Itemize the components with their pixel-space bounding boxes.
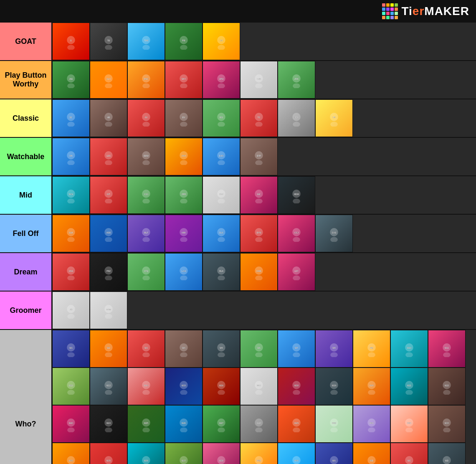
tier-item-who28[interactable]: W28	[240, 405, 278, 443]
tier-item-huahwi[interactable]: HWI	[165, 215, 203, 252]
tier-item-graser10[interactable]: G10	[127, 176, 165, 214]
tier-item-jamescharles[interactable]: JC	[52, 292, 90, 329]
tier-item-who20[interactable]: W20	[353, 368, 390, 405]
tier-item-whoA[interactable]: WA	[315, 443, 353, 464]
tier-item-who10[interactable]: W10	[390, 330, 428, 368]
tier-item-who35[interactable]: W35	[90, 443, 127, 464]
tier-item-who6[interactable]: W6	[240, 330, 278, 368]
tier-item-jacksepticeye[interactable]: JSE	[52, 61, 90, 99]
tier-item-antvenom[interactable]: AV	[127, 99, 165, 137]
tier-item-bashurverse[interactable]: BV	[165, 99, 203, 137]
tier-item-zerkaa[interactable]: ZRK	[278, 61, 315, 99]
tier-item-who9[interactable]: W9	[353, 330, 390, 368]
tier-item-who31[interactable]: W31	[353, 405, 390, 443]
tier-item-bayani[interactable]: BYN	[240, 215, 278, 252]
tier-item-prestonplayz[interactable]: PRZ	[90, 253, 127, 291]
tier-item-laurdiy[interactable]: LDY	[278, 253, 315, 291]
tier-item-cupquake[interactable]: CPQ	[127, 253, 165, 291]
tier-item-dantdm[interactable]: TDM	[127, 23, 165, 60]
tier-item-who19[interactable]: W19	[315, 368, 353, 405]
tier-item-adam[interactable]: ADM	[90, 292, 127, 329]
tier-item-who36[interactable]: W36	[127, 443, 165, 464]
tier-item-ldshadowlady2[interactable]: LDS	[90, 138, 127, 175]
tier-item-unspeakable[interactable]: UNS	[52, 253, 90, 291]
tier-item-who2[interactable]: W2	[90, 330, 127, 368]
tier-item-aphmau[interactable]: APH	[203, 61, 240, 99]
tier-item-who1[interactable]: W1	[52, 330, 90, 368]
tier-item-who3[interactable]: W3	[127, 330, 165, 368]
tier-item-who26[interactable]: W26	[165, 405, 203, 443]
tier-item-ashdubh[interactable]: ASH	[165, 138, 203, 175]
svg-text:APH: APH	[219, 78, 224, 80]
tier-item-jeromeasf[interactable]: JRM	[165, 176, 203, 214]
tier-item-popularmmos[interactable]: PM	[165, 23, 203, 60]
tier-item-herobrinesidekick[interactable]: HB	[90, 99, 127, 137]
tier-item-bigbst4tz[interactable]: 4EK	[278, 99, 315, 137]
tier-item-ibxtoycat[interactable]: IXT	[90, 176, 127, 214]
tier-item-kwebbelkop[interactable]: KWB	[240, 253, 278, 291]
tier-item-who11[interactable]: W11	[428, 330, 466, 368]
tier-item-who39[interactable]: W39	[240, 443, 278, 464]
tier-item-addictionz[interactable]: ADD	[90, 215, 127, 252]
tier-item-stampylonghead[interactable]: SLH	[90, 61, 127, 99]
tier-item-thinknoodles[interactable]: TN	[315, 99, 353, 137]
tier-item-who33[interactable]: W33	[428, 405, 466, 443]
tier-item-whoD[interactable]: WD	[428, 443, 466, 464]
tier-item-who30[interactable]: W30	[315, 405, 353, 443]
tier-item-who8[interactable]: W8	[315, 330, 353, 368]
tier-item-vikkstar[interactable]: VIK	[52, 138, 90, 175]
tier-item-who21[interactable]: W21	[390, 368, 428, 405]
tier-item-skydoesminecraft[interactable]: SKY	[165, 61, 203, 99]
tier-item-iballisticsquid[interactable]: IBS	[203, 99, 240, 137]
tier-item-who17[interactable]: W17	[240, 368, 278, 405]
svg-point-226	[180, 427, 187, 432]
tier-item-squeaky[interactable]: SQK	[52, 215, 90, 252]
tier-item-who4[interactable]: W4	[165, 330, 203, 368]
tier-item-bigbadwolf[interactable]: BBW	[127, 138, 165, 175]
tier-item-ssundee[interactable]: S	[52, 23, 90, 60]
svg-point-1	[67, 45, 75, 50]
tier-item-slamacow[interactable]: SC	[52, 99, 90, 137]
tier-item-who24[interactable]: W24	[90, 405, 127, 443]
tier-item-mrstampycat[interactable]: MSC	[127, 61, 165, 99]
tier-item-who29[interactable]: W29	[278, 405, 315, 443]
tier-item-who34[interactable]: W34	[52, 443, 90, 464]
tier-item-woofless[interactable]: WLF	[127, 215, 165, 252]
logo-cell-4	[382, 8, 385, 11]
tier-item-technoblade[interactable]: TB	[90, 23, 127, 60]
tier-item-who15[interactable]: W15	[165, 368, 203, 405]
tier-item-who37[interactable]: W37	[165, 443, 203, 464]
tier-item-modestman[interactable]: MDM	[278, 176, 315, 214]
tier-item-whoB[interactable]: WB	[353, 443, 390, 464]
tier-items-mid: NCHIXTG10JRMSTPIHCMDM	[52, 176, 476, 214]
tier-item-noochm[interactable]: NCH	[52, 176, 90, 214]
tier-item-tobygames[interactable]: TG	[240, 99, 278, 137]
tier-item-who38[interactable]: W38	[203, 443, 240, 464]
tier-item-btype[interactable]: BTP	[240, 138, 278, 175]
tier-item-who32[interactable]: W32	[390, 405, 428, 443]
tier-item-who25[interactable]: W25	[127, 405, 165, 443]
tier-item-muselk[interactable]: MLK	[203, 253, 240, 291]
tier-item-who7[interactable]: W7	[278, 330, 315, 368]
tier-item-whoC[interactable]: WC	[390, 443, 428, 464]
tier-item-captainsparklez[interactable]: CS	[203, 23, 240, 60]
tier-item-shadowlady[interactable]: LDS	[240, 61, 278, 99]
svg-text:W11: W11	[445, 347, 449, 349]
tier-item-who23[interactable]: W23	[52, 405, 90, 443]
tier-item-ihascupquake[interactable]: IHC	[240, 176, 278, 214]
tier-item-who22[interactable]: W22	[428, 368, 466, 405]
tier-item-bajan[interactable]: BJN	[203, 138, 240, 175]
tier-item-lachlan[interactable]: LCH	[165, 253, 203, 291]
tier-item-deadlox[interactable]: DLX	[203, 215, 240, 252]
tier-item-who40[interactable]: W40	[278, 443, 315, 464]
tier-item-who13[interactable]: W13	[90, 368, 127, 405]
tier-item-who14[interactable]: W14	[127, 368, 165, 405]
tier-item-who12[interactable]: W12	[52, 368, 90, 405]
tier-item-who5[interactable]: W5	[203, 330, 240, 368]
tier-item-stacyplays[interactable]: STP	[203, 176, 240, 214]
tier-item-grapeapplesauce[interactable]: GAS	[315, 215, 353, 252]
tier-item-who18[interactable]: W18	[278, 368, 315, 405]
tier-item-who16[interactable]: W16	[203, 368, 240, 405]
tier-item-gamingcitijuen[interactable]: GCJ	[278, 215, 315, 252]
tier-item-who27[interactable]: W27	[203, 405, 240, 443]
